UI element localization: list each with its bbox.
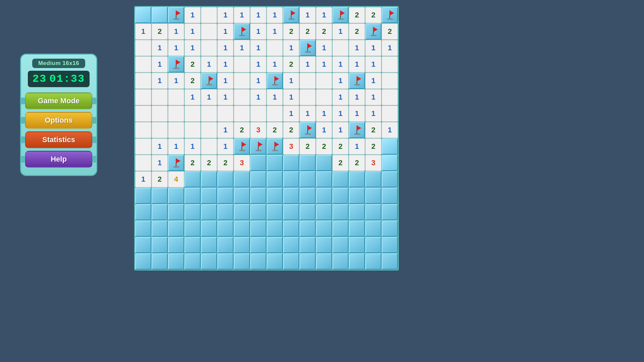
cell[interactable]: 1 — [217, 56, 233, 72]
cell[interactable] — [234, 204, 250, 220]
cell[interactable] — [349, 73, 365, 89]
cell[interactable]: 1 — [250, 40, 266, 56]
cell[interactable] — [135, 204, 151, 220]
cell[interactable]: 2 — [316, 138, 332, 155]
cell[interactable] — [349, 221, 365, 237]
cell[interactable] — [267, 204, 283, 220]
cell[interactable] — [349, 253, 365, 269]
cell[interactable] — [250, 106, 266, 122]
options-button[interactable]: Options — [25, 112, 92, 129]
cell[interactable]: 1 — [267, 7, 283, 23]
cell[interactable] — [184, 237, 201, 253]
cell[interactable]: 1 — [250, 89, 266, 105]
game-mode-button[interactable]: Game Mode — [25, 93, 92, 109]
cell[interactable] — [250, 237, 266, 253]
cell[interactable] — [267, 138, 283, 155]
cell[interactable] — [168, 106, 184, 122]
cell[interactable]: 1 — [332, 56, 348, 72]
cell[interactable] — [217, 221, 233, 237]
cell[interactable]: 1 — [135, 23, 151, 40]
cell[interactable] — [217, 253, 233, 269]
cell[interactable]: 2 — [283, 56, 299, 72]
cell[interactable] — [250, 221, 266, 237]
cell[interactable]: 1 — [349, 106, 365, 122]
cell[interactable] — [349, 171, 365, 187]
cell[interactable] — [267, 171, 283, 187]
cell[interactable] — [267, 253, 283, 269]
cell[interactable]: 1 — [365, 40, 381, 56]
cell[interactable]: 1 — [184, 23, 201, 40]
cell[interactable] — [382, 73, 398, 89]
cell[interactable] — [332, 204, 348, 220]
cell[interactable] — [332, 171, 348, 187]
cell[interactable] — [217, 204, 233, 220]
cell[interactable]: 1 — [217, 138, 233, 155]
help-button[interactable]: Help — [25, 151, 92, 168]
cell[interactable] — [283, 171, 299, 187]
cell[interactable]: 1 — [349, 40, 365, 56]
cell[interactable] — [283, 253, 299, 269]
cell[interactable] — [300, 204, 316, 220]
cell[interactable]: 1 — [234, 7, 250, 23]
cell[interactable]: 2 — [316, 23, 332, 40]
cell[interactable] — [283, 155, 299, 171]
cell[interactable] — [316, 171, 332, 187]
cell[interactable]: 2 — [201, 155, 217, 171]
cell[interactable]: 1 — [250, 23, 266, 40]
cell[interactable]: 2 — [152, 23, 168, 40]
cell[interactable]: 1 — [152, 40, 168, 56]
cell[interactable] — [283, 188, 299, 204]
cell[interactable]: 1 — [300, 7, 316, 23]
cell[interactable] — [168, 155, 184, 171]
cell[interactable] — [283, 237, 299, 253]
cell[interactable] — [168, 253, 184, 269]
cell[interactable] — [234, 221, 250, 237]
cell[interactable] — [234, 23, 250, 40]
cell[interactable]: 1 — [316, 106, 332, 122]
cell[interactable]: 1 — [234, 40, 250, 56]
cell[interactable]: 2 — [234, 122, 250, 138]
cell[interactable] — [300, 253, 316, 269]
cell[interactable] — [201, 204, 217, 220]
cell[interactable]: 1 — [349, 138, 365, 155]
cell[interactable] — [250, 204, 266, 220]
cell[interactable] — [300, 73, 316, 89]
cell[interactable] — [332, 221, 348, 237]
cell[interactable]: 2 — [365, 138, 381, 155]
cell[interactable] — [201, 221, 217, 237]
cell[interactable]: 2 — [349, 155, 365, 171]
cell[interactable] — [300, 221, 316, 237]
cell[interactable] — [201, 171, 217, 187]
cell[interactable]: 1 — [267, 89, 283, 105]
cell[interactable]: 1 — [217, 122, 233, 138]
cell[interactable]: 1 — [168, 73, 184, 89]
cell[interactable] — [382, 56, 398, 72]
cell[interactable]: 2 — [300, 138, 316, 155]
cell[interactable] — [135, 7, 151, 23]
cell[interactable]: 1 — [217, 40, 233, 56]
cell[interactable]: 1 — [283, 73, 299, 89]
cell[interactable] — [234, 253, 250, 269]
cell[interactable] — [382, 7, 398, 23]
cell[interactable]: 1 — [250, 73, 266, 89]
cell[interactable] — [267, 237, 283, 253]
cell[interactable] — [201, 138, 217, 155]
cell[interactable] — [135, 73, 151, 89]
cell[interactable]: 1 — [316, 40, 332, 56]
cell[interactable] — [332, 40, 348, 56]
cell[interactable] — [365, 23, 381, 40]
cell[interactable] — [267, 73, 283, 89]
cell[interactable]: 1 — [217, 73, 233, 89]
cell[interactable]: 1 — [382, 40, 398, 56]
cell[interactable]: 1 — [168, 138, 184, 155]
cell[interactable] — [316, 204, 332, 220]
cell[interactable] — [168, 122, 184, 138]
cell[interactable]: 1 — [184, 7, 201, 23]
cell[interactable] — [250, 253, 266, 269]
cell[interactable] — [135, 122, 151, 138]
cell[interactable]: 2 — [349, 7, 365, 23]
cell[interactable] — [184, 253, 201, 269]
cell[interactable] — [234, 171, 250, 187]
cell[interactable]: 2 — [365, 7, 381, 23]
cell[interactable] — [135, 40, 151, 56]
